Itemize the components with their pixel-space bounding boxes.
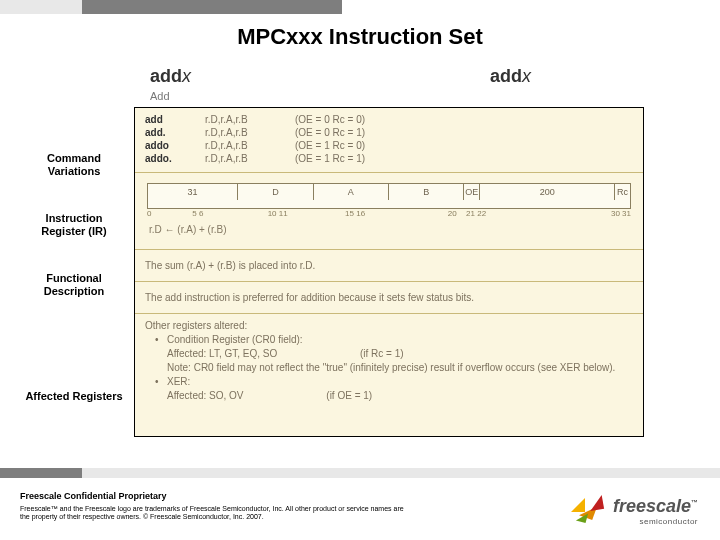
label-instruction-register: Instruction Register (IR) <box>24 212 124 238</box>
affected-cr0-aff: Affected: LT, GT, EQ, SO <box>167 348 277 359</box>
variant-row: add. r.D,r.A,r.B (OE = 0 Rc = 1) <box>145 127 633 138</box>
mnemonic-right: addx <box>490 66 531 87</box>
func-line: The add instruction is preferred for add… <box>145 292 633 303</box>
section-variants: add r.D,r.A,r.B (OE = 0 Rc = 0) add. r.D… <box>135 108 643 173</box>
footer-heading: Freescale Confidential Proprietary <box>20 491 480 502</box>
ir-field-opcode: 31 <box>148 184 238 200</box>
ir-field-a: A <box>314 184 389 200</box>
affected-xer-head: XER: <box>167 376 633 387</box>
bullet-dot-icon: • <box>155 334 167 345</box>
footer-accent-bar <box>0 468 720 478</box>
ir-field-rc: Rc <box>615 184 630 200</box>
variant-cond: (OE = 0 Rc = 1) <box>295 127 633 138</box>
label-affected-registers: Affected Registers <box>24 390 124 403</box>
ir-field-d: D <box>238 184 313 200</box>
variant-args: r.D,r.A,r.B <box>205 114 295 125</box>
section-affected: Other registers altered: • Condition Reg… <box>135 314 643 410</box>
section-func-1: The sum (r.A) + (r.B) is placed into r.D… <box>135 250 643 282</box>
func-line: The sum (r.A) + (r.B) is placed into r.D… <box>145 260 633 271</box>
variant-mn: addo. <box>145 153 205 164</box>
section-ir: 31 D A B OE 200 Rc 0 5 6 10 11 15 16 20 … <box>135 173 643 250</box>
logo-tm: ™ <box>691 499 698 506</box>
header-accent-bar <box>0 0 720 14</box>
freescale-logo-icon <box>571 496 607 526</box>
affected-head: Other registers altered: <box>145 320 633 331</box>
variant-mn: add <box>145 114 205 125</box>
freescale-logo: freescale™ semiconductor <box>571 496 698 526</box>
ir-bit: 15 16 <box>316 209 393 218</box>
variant-cond: (OE = 0 Rc = 0) <box>295 114 633 125</box>
affected-cr0-note: Note: CR0 field may not reflect the "tru… <box>167 362 633 373</box>
ir-bit-numbers: 0 5 6 10 11 15 16 20 21 22 30 31 <box>147 209 631 218</box>
logo-word: freescale <box>613 496 691 516</box>
variant-args: r.D,r.A,r.B <box>205 153 295 164</box>
affected-cr0-head: Condition Register (CR0 field): <box>167 334 633 345</box>
ir-field-oe: OE <box>464 184 480 200</box>
affected-xer-aff: Affected: SO, OV <box>167 390 244 401</box>
mnemonic-left: addx <box>150 66 191 87</box>
mnemonic-base: add <box>150 66 182 86</box>
mnemonic-right-base: add <box>490 66 522 86</box>
ir-bit: 0 <box>147 209 157 218</box>
freescale-logo-text: freescale™ semiconductor <box>613 496 698 526</box>
variant-args: r.D,r.A,r.B <box>205 140 295 151</box>
affected-cr0-line: Affected: LT, GT, EQ, SO (if Rc = 1) <box>167 348 633 359</box>
ir-formula: r.D ← (r.A) + (r.B) <box>149 224 629 235</box>
variant-cond: (OE = 1 Rc = 0) <box>295 140 633 151</box>
ir-bit: 30 31 <box>495 209 631 218</box>
mnemonic-right-suffix: x <box>522 66 531 86</box>
ir-diagram-wrap: 31 D A B OE 200 Rc 0 5 6 10 11 15 16 20 … <box>147 183 631 218</box>
bullet-dot-icon: • <box>155 376 167 387</box>
ir-bit: 10 11 <box>239 209 316 218</box>
ir-diagram: 31 D A B OE 200 Rc <box>147 183 631 209</box>
footer-line: Freescale™ and the Freescale logo are tr… <box>20 505 480 514</box>
variant-args: r.D,r.A,r.B <box>205 127 295 138</box>
footer-line: the property of their respective owners.… <box>20 513 480 522</box>
variant-row: addo r.D,r.A,r.B (OE = 1 Rc = 0) <box>145 140 633 151</box>
variant-cond: (OE = 1 Rc = 1) <box>295 153 633 164</box>
affected-cr0-cond: (if Rc = 1) <box>360 348 404 359</box>
section-func-2: The add instruction is preferred for add… <box>135 282 643 314</box>
variant-mn: addo <box>145 140 205 151</box>
ir-field-xo: 200 <box>480 184 615 200</box>
affected-bullet-xer: • XER: <box>155 376 633 387</box>
logo-subtitle: semiconductor <box>639 517 698 526</box>
ir-bit: 20 <box>394 209 457 218</box>
affected-bullet-cr0: • Condition Register (CR0 field): <box>155 334 633 345</box>
page-title: MPCxxx Instruction Set <box>0 24 720 50</box>
label-functional-description: Functional Description <box>24 272 124 298</box>
ir-bit: 21 22 <box>457 209 496 218</box>
affected-xer-cond: (if OE = 1) <box>326 390 372 401</box>
footer-text: Freescale Confidential Proprietary Frees… <box>20 491 480 522</box>
ir-bit: 5 6 <box>157 209 239 218</box>
variant-row: addo. r.D,r.A,r.B (OE = 1 Rc = 1) <box>145 153 633 164</box>
variant-mn: add. <box>145 127 205 138</box>
ir-field-b: B <box>389 184 464 200</box>
variant-row: add r.D,r.A,r.B (OE = 0 Rc = 0) <box>145 114 633 125</box>
instruction-doc-box: add r.D,r.A,r.B (OE = 0 Rc = 0) add. r.D… <box>134 107 644 437</box>
affected-xer-line: Affected: SO, OV (if OE = 1) <box>167 390 633 401</box>
label-command-variations: Command Variations <box>24 152 124 178</box>
mnemonic-subname: Add <box>150 90 170 102</box>
mnemonic-suffix: x <box>182 66 191 86</box>
